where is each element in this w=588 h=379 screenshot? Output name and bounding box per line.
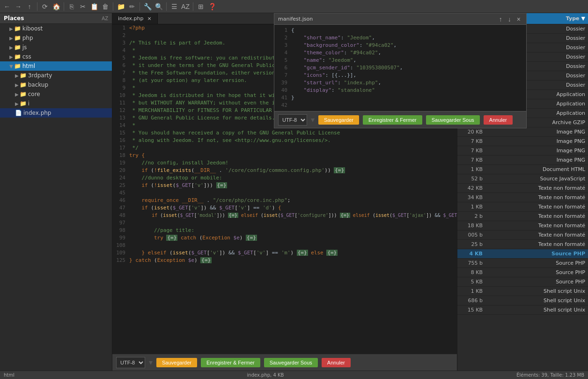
right-cell-type-19: Texte non formaté xyxy=(485,204,588,210)
right-row-20[interactable]: 2 b Texte non formaté xyxy=(457,212,588,221)
home-button[interactable]: 🏠 xyxy=(51,1,61,12)
right-row-15[interactable]: 1 KB Document HTML xyxy=(457,165,588,174)
right-row-27[interactable]: 5 KB Source PHP xyxy=(457,277,588,287)
cancel-button[interactable]: Annuler xyxy=(322,358,351,367)
right-row-28[interactable]: 1 KB Shell script Unix xyxy=(457,287,588,296)
forward-button[interactable]: → xyxy=(13,1,23,12)
sidebar-item-php[interactable]: ▶ 📁 php xyxy=(0,33,112,43)
right-row-25[interactable]: 755 b Source PHP xyxy=(457,259,588,268)
sidebar-item-indexphp[interactable]: 📄 index.php xyxy=(0,108,112,118)
sidebar-item-backup[interactable]: ▶ 📁 backup xyxy=(0,80,112,89)
right-cell-size-14: 7 KB xyxy=(457,157,485,163)
right-row-17[interactable]: 42 KB Texte non formaté xyxy=(457,184,588,193)
paste-button[interactable]: 📋 xyxy=(89,1,99,12)
folder-arrow-js: ▶ xyxy=(9,45,13,50)
up-button[interactable]: ↑ xyxy=(24,1,35,12)
right-row-22[interactable]: 005 b Texte non formaté xyxy=(457,230,588,240)
right-row-14[interactable]: 7 KB Image PNG xyxy=(457,156,588,165)
right-row-11[interactable]: 20 KB Image PNG xyxy=(457,127,588,137)
code-line-98: 98 //page title: xyxy=(112,227,457,234)
right-cell-type-28: Shell script Unix xyxy=(485,288,588,294)
right-row-19[interactable]: 1 KB Texte non formaté xyxy=(457,202,588,212)
code-line-15: 15 * You should have received a copy of … xyxy=(112,129,457,137)
json-popup-close-button[interactable]: × xyxy=(515,15,522,23)
right-cell-type-13: Image PNG xyxy=(485,148,588,154)
save-button[interactable]: Sauvegarder xyxy=(156,358,197,367)
sidebar-item-css[interactable]: ▶ 📁 css xyxy=(0,52,112,61)
new-folder-button[interactable]: 📁 xyxy=(116,1,126,12)
json-line-5: 5 "name": "Jeedom", xyxy=(278,57,522,64)
back-button[interactable]: ← xyxy=(2,1,12,12)
json-encoding-select[interactable]: UTF-8 xyxy=(278,114,307,126)
right-row-12[interactable]: 7 KB Image PNG xyxy=(457,137,588,146)
rename-button[interactable]: ✏ xyxy=(127,1,137,12)
sidebar-item-i[interactable]: ▶ 📁 i xyxy=(0,99,112,108)
code-editor-footer: UTF-8 ▾ Sauvegarder Enregistrer & Fermer… xyxy=(112,354,457,371)
view-button[interactable]: ☰ xyxy=(169,1,179,12)
right-row-26[interactable]: 8 KB Source PHP xyxy=(457,268,588,277)
sidebar-label-php: php xyxy=(22,35,33,41)
right-cell-size-19: 1 KB xyxy=(457,204,485,210)
right-row-13[interactable]: 7 KB Image PNG xyxy=(457,146,588,156)
right-row-18[interactable]: 34 KB Texte non formaté xyxy=(457,193,588,202)
right-cell-size-15: 1 KB xyxy=(457,166,485,172)
search-button[interactable]: 🔍 xyxy=(154,1,164,12)
json-line-39: 39 "start_url": "index.php", xyxy=(278,79,522,87)
right-cell-size-29: 686 b xyxy=(457,297,485,304)
right-row-16[interactable]: 52 b Source JavaScript xyxy=(457,174,588,184)
right-cell-type-20: Texte non formaté xyxy=(485,213,588,219)
sidebar-item-html[interactable]: ▼ 📁 html xyxy=(0,61,112,71)
json-line-4: 4 "theme_color": "#94ca02", xyxy=(278,49,522,57)
json-popup-up-button[interactable]: ↑ xyxy=(497,15,504,23)
right-cell-type-26: Source PHP xyxy=(485,269,588,275)
save-close-button[interactable]: Enregistrer & Fermer xyxy=(201,358,260,367)
right-cell-type-16: Source JavaScript xyxy=(485,176,588,182)
json-line-7: 7 "icons": [{...}], xyxy=(278,72,522,79)
code-line-25: 25 if (!isset($_GET['v'])) {=} xyxy=(112,182,457,189)
status-center: index.php, 4 KB xyxy=(247,372,284,378)
sort-button[interactable]: AZ xyxy=(180,1,191,12)
json-save-button[interactable]: Sauvegarder xyxy=(318,115,359,125)
sidebar-label-core: core xyxy=(28,91,40,97)
right-cell-size-24: 4 KB xyxy=(457,251,485,257)
sidebar-item-kiboost[interactable]: ▶ 📁 kiboost xyxy=(0,24,112,33)
code-line-108: 108 xyxy=(112,242,457,249)
editor-tab-close[interactable]: × xyxy=(147,15,152,22)
reload-button[interactable]: ⟳ xyxy=(40,1,50,12)
right-cell-type-15: Document HTML xyxy=(485,166,588,172)
right-row-30[interactable]: 15 KB Shell script Unix xyxy=(457,305,588,315)
help-button[interactable]: ❓ xyxy=(207,1,217,12)
tools-button[interactable]: 🔧 xyxy=(142,1,153,12)
cut-button[interactable]: ✂ xyxy=(78,1,88,12)
right-row-29[interactable]: 686 b Shell script Unix xyxy=(457,296,588,305)
properties-button[interactable]: ⊞ xyxy=(196,1,206,12)
json-save-under-button[interactable]: Sauvegarder Sous xyxy=(426,115,480,125)
right-row-21[interactable]: 18 KB Texte non formaté xyxy=(457,221,588,230)
sidebar-item-3rdparty[interactable]: ▶ 📁 3rdparty xyxy=(0,71,112,80)
right-cell-size-11: 20 KB xyxy=(457,129,485,135)
sidebar-label-css: css xyxy=(22,53,31,60)
right-row-23[interactable]: 25 b Texte non formaté xyxy=(457,240,588,249)
encoding-select[interactable]: UTF-8 xyxy=(116,357,145,368)
json-popup-footer: UTF-8 ▾ Sauvegarder Enregistrer & Fermer… xyxy=(274,111,526,128)
copy-button[interactable]: ⎘ xyxy=(66,1,77,12)
sidebar-places-label: Places xyxy=(4,15,24,22)
json-save-close-button[interactable]: Enregistrer & Fermer xyxy=(363,115,422,125)
delete-button[interactable]: 🗑 xyxy=(100,1,110,12)
sidebar-item-js[interactable]: ▶ 📁 js xyxy=(0,43,112,52)
right-cell-type-11: Image PNG xyxy=(485,129,588,135)
sidebar-item-core[interactable]: ▶ 📁 core xyxy=(0,89,112,99)
sidebar-label-backup: backup xyxy=(28,82,48,88)
toolbar-sep-2 xyxy=(64,2,64,11)
json-popup-down-button[interactable]: ↓ xyxy=(506,15,513,23)
folder-arrow-i: ▶ xyxy=(15,101,19,106)
right-row-24[interactable]: 4 KB Source PHP xyxy=(457,249,588,259)
json-content[interactable]: 1 { 2 "short_name": "Jeedom", 3 "backgro… xyxy=(274,25,526,111)
folder-arrow-core: ▶ xyxy=(15,92,19,97)
editor-tab-indexphp[interactable]: index.php × xyxy=(112,13,158,24)
save-under-button[interactable]: Sauvegarder Sous xyxy=(264,358,318,367)
json-cancel-button[interactable]: Annuler xyxy=(484,115,513,125)
sidebar-label-html: html xyxy=(22,63,35,69)
encoding-chevron: ▾ xyxy=(149,358,153,367)
sidebar: Places AZ ▶ 📁 kiboost ▶ 📁 php ▶ 📁 js ▶ 📁… xyxy=(0,13,112,371)
